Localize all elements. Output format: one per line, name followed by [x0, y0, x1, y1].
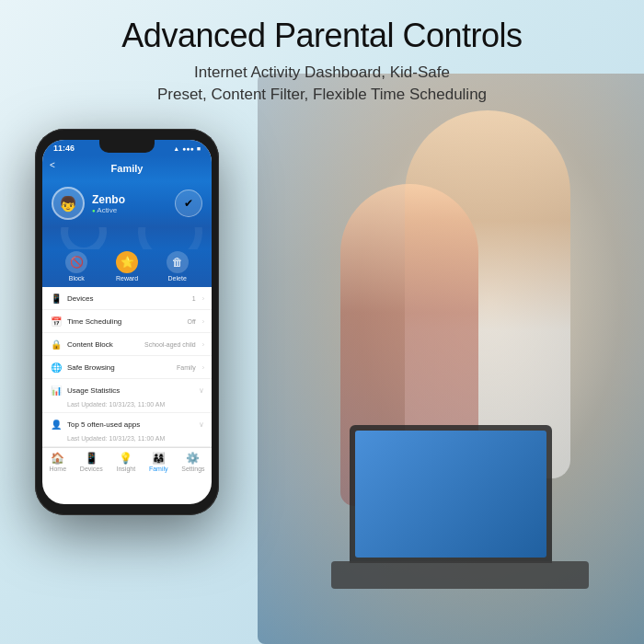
phone-body: 11:46 ▲ ●●● ■ < Family 👦 Zenbo Active: [35, 129, 219, 515]
nav-settings-label: Settings: [181, 466, 204, 472]
devices-arrow-icon: ›: [202, 295, 204, 302]
time-value: Off: [187, 318, 195, 325]
badge-check-icon: ✔: [184, 197, 193, 210]
usage-label: Usage Statistics: [67, 386, 194, 395]
nav-devices-label: Devices: [80, 466, 103, 472]
wifi-icon: ▲: [173, 145, 179, 152]
apps-sub-text: Last Updated: 10/31/23, 11:00 AM: [67, 435, 165, 442]
phone-notch: [99, 140, 155, 153]
block-btn[interactable]: 🚫 Block: [65, 251, 87, 282]
content-label: Content Block: [67, 340, 140, 349]
phone-nav-header: < Family: [42, 155, 212, 181]
block-circle-icon: 🚫: [65, 251, 87, 273]
nav-settings[interactable]: ⚙️ Settings: [181, 452, 204, 472]
browsing-value: Family: [177, 364, 196, 371]
profile-info: Zenbo Active: [92, 193, 167, 214]
reward-btn[interactable]: ⭐ Reward: [116, 251, 138, 282]
nav-title: Family: [111, 163, 144, 174]
nav-insight[interactable]: 💡 Insight: [117, 452, 136, 472]
nav-devices[interactable]: 📱 Devices: [80, 452, 103, 472]
delete-btn[interactable]: 🗑 Delete: [167, 251, 189, 282]
time-arrow-icon: ›: [202, 318, 204, 325]
usage-icon: 📊: [50, 384, 63, 397]
reward-circle-icon: ⭐: [116, 251, 138, 273]
family-icon: 👨‍👩‍👧: [152, 452, 166, 465]
content-arrow-icon: ›: [202, 341, 204, 348]
time-label: Time Scheduling: [67, 317, 182, 326]
nav-devices-icon: 📱: [85, 452, 98, 465]
block-btn-label: Block: [69, 275, 85, 282]
time-icon: 📅: [50, 315, 63, 328]
apps-label: Top 5 often-used apps: [67, 420, 194, 429]
delete-btn-label: Delete: [168, 275, 187, 282]
menu-item-time[interactable]: 📅 Time Scheduling Off ›: [42, 310, 212, 333]
phone-screen: 11:46 ▲ ●●● ■ < Family 👦 Zenbo Active: [42, 140, 212, 504]
status-time: 11:46: [53, 144, 75, 153]
bottom-nav: 🏠 Home 📱 Devices 💡 Insight 👨‍👩‍👧 Family …: [42, 447, 212, 475]
menu-list: 📱 Devices 1 › 📅 Time Scheduling Off › 🔒 …: [42, 287, 212, 447]
phone-mockup: 11:46 ▲ ●●● ■ < Family 👦 Zenbo Active: [35, 129, 219, 515]
laptop-base: [331, 561, 589, 589]
devices-value: 1: [192, 295, 196, 302]
apps-icon: 👤: [50, 418, 63, 431]
page-subtitle: Internet Activity Dashboard, Kid-Safe Pr…: [18, 62, 626, 106]
nav-family[interactable]: 👨‍👩‍👧 Family: [149, 452, 168, 472]
usage-sub-text: Last Updated: 10/31/23, 11:00 AM: [67, 401, 165, 408]
battery-icon: ■: [197, 145, 201, 152]
avatar: 👦: [52, 187, 85, 220]
header-area: Advanced Parental Controls Internet Acti…: [0, 17, 644, 106]
profile-status: Active: [92, 206, 167, 214]
nav-home[interactable]: 🏠 Home: [49, 452, 66, 472]
browsing-icon: 🌐: [50, 361, 63, 374]
nav-family-label: Family: [149, 466, 168, 472]
browsing-arrow-icon: ›: [202, 364, 204, 371]
nav-home-label: Home: [49, 466, 66, 472]
laptop-screen: [350, 425, 552, 563]
menu-item-devices[interactable]: 📱 Devices 1 ›: [42, 287, 212, 310]
nav-insight-label: Insight: [117, 466, 136, 472]
profile-name: Zenbo: [92, 193, 167, 206]
laptop-screen-inner: [355, 431, 546, 558]
browsing-label: Safe Browsing: [67, 363, 172, 372]
reward-btn-label: Reward: [116, 275, 138, 282]
devices-icon: 📱: [50, 292, 63, 305]
usage-expand-icon: ∨: [199, 386, 204, 395]
content-value: School-aged child: [144, 341, 196, 348]
menu-item-apps[interactable]: 👤 Top 5 often-used apps ∨ Last Updated: …: [42, 413, 212, 447]
menu-item-usage[interactable]: 📊 Usage Statistics ∨ Last Updated: 10/31…: [42, 379, 212, 413]
insight-icon: 💡: [119, 452, 132, 465]
home-icon: 🏠: [51, 452, 64, 465]
page-title: Advanced Parental Controls: [18, 17, 626, 54]
background-photo: [258, 74, 644, 644]
menu-item-browsing[interactable]: 🌐 Safe Browsing Family ›: [42, 356, 212, 379]
signal-icon: ●●●: [182, 145, 194, 152]
action-area: 🚫 Block ⭐ Reward 🗑 Delete: [42, 249, 212, 287]
status-icons: ▲ ●●● ■: [173, 145, 201, 152]
back-button[interactable]: <: [50, 160, 55, 170]
profile-badge[interactable]: ✔: [175, 190, 202, 217]
menu-item-content[interactable]: 🔒 Content Block School-aged child ›: [42, 333, 212, 356]
devices-label: Devices: [67, 294, 188, 303]
content-icon: 🔒: [50, 338, 63, 351]
settings-icon: ⚙️: [186, 452, 200, 465]
profile-area: 👦 Zenbo Active ✔: [42, 181, 212, 227]
apps-expand-icon: ∨: [199, 420, 204, 429]
delete-circle-icon: 🗑: [167, 251, 189, 273]
